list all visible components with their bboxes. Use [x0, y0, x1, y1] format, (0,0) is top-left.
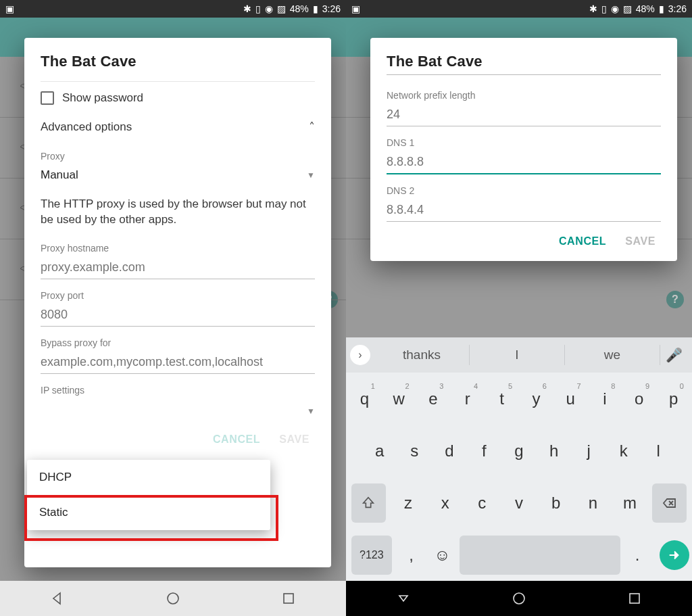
- ip-settings-popup: DHCP Static: [27, 460, 270, 530]
- time-text: 3:26: [668, 3, 687, 14]
- comma-key[interactable]: ,: [397, 536, 426, 575]
- key-h[interactable]: h: [538, 431, 570, 471]
- help-icon: ?: [666, 291, 684, 308]
- bypass-label: Bypass proxy for: [41, 337, 315, 348]
- dns2-input[interactable]: [387, 199, 661, 222]
- key-j[interactable]: j: [572, 431, 605, 471]
- checkbox-icon[interactable]: [41, 91, 54, 105]
- key-o[interactable]: o9: [623, 379, 655, 419]
- backspace-key[interactable]: [652, 483, 687, 523]
- home-icon[interactable]: [165, 590, 181, 607]
- ip-settings-label: IP settings: [41, 385, 315, 396]
- cancel-button[interactable]: CANCEL: [213, 433, 260, 446]
- status-bar: ▣ ✱ ▯ ◉ ▨ 48% ▮ 3:26: [0, 0, 346, 18]
- key-i[interactable]: i8: [589, 379, 621, 419]
- home-icon[interactable]: [511, 590, 527, 607]
- bypass-input[interactable]: [41, 351, 315, 374]
- screen-right: ▣ ✱ ▯ ◉ ▨ 48% ▮ 3:26 ? 🔒 🔒 🔒 The Bat Cav…: [346, 0, 692, 616]
- vibrate-icon: ▯: [255, 3, 261, 14]
- hostname-label: Proxy hostname: [41, 243, 315, 254]
- key-q[interactable]: q1: [349, 379, 380, 419]
- back-icon[interactable]: [49, 590, 66, 607]
- proxy-help-text: The HTTP proxy is used by the browser bu…: [41, 186, 315, 232]
- time-text: 3:26: [322, 3, 341, 14]
- key-f[interactable]: f: [468, 431, 501, 471]
- dns1-label: DNS 1: [387, 137, 661, 148]
- key-x[interactable]: x: [428, 483, 462, 523]
- nav-bar: [0, 581, 346, 616]
- signal-icon: ▨: [623, 3, 632, 14]
- svg-rect-3: [630, 594, 639, 603]
- key-e[interactable]: e3: [418, 379, 449, 419]
- bluetooth-icon: ✱: [589, 3, 597, 14]
- back-icon[interactable]: [395, 590, 412, 607]
- recent-icon[interactable]: [626, 590, 643, 607]
- space-key[interactable]: [460, 536, 620, 575]
- suggestion[interactable]: thanks: [374, 345, 470, 365]
- port-label: Proxy port: [41, 290, 315, 301]
- key-g[interactable]: g: [503, 431, 535, 471]
- save-button[interactable]: SAVE: [279, 433, 310, 446]
- key-n[interactable]: n: [576, 483, 610, 523]
- suggestion[interactable]: we: [565, 345, 660, 365]
- shift-key[interactable]: [351, 483, 386, 523]
- battery-text: 48%: [290, 3, 309, 14]
- prefix-input[interactable]: [387, 103, 661, 126]
- port-input[interactable]: [41, 304, 315, 327]
- key-r[interactable]: r4: [451, 379, 483, 419]
- signal-icon: ▨: [277, 3, 286, 14]
- key-a[interactable]: a: [364, 431, 396, 471]
- wifi-icon: ◉: [611, 3, 619, 14]
- key-c[interactable]: c: [465, 483, 499, 523]
- ip-option-dhcp[interactable]: DHCP: [27, 460, 270, 495]
- advanced-options-toggle[interactable]: Advanced options ˄: [41, 113, 315, 140]
- key-m[interactable]: m: [613, 483, 647, 523]
- enter-key[interactable]: [660, 540, 689, 570]
- show-password-label: Show password: [62, 91, 143, 105]
- image-icon: ▣: [351, 3, 360, 14]
- save-button[interactable]: SAVE: [625, 235, 656, 247]
- key-d[interactable]: d: [433, 431, 466, 471]
- ip-settings-dropdown[interactable]: ▼: [41, 396, 315, 420]
- dialog-title: The Bat Cave: [387, 53, 661, 70]
- status-bar: ▣ ✱ ▯ ◉ ▨ 48% ▮ 3:26: [346, 0, 692, 18]
- recent-icon[interactable]: [280, 590, 297, 607]
- show-password-row[interactable]: Show password: [41, 82, 315, 113]
- key-l[interactable]: l: [642, 431, 674, 471]
- wifi-icon: ◉: [265, 3, 273, 14]
- ip-option-static[interactable]: Static: [27, 495, 270, 530]
- expand-icon[interactable]: ›: [350, 345, 370, 365]
- key-p[interactable]: p0: [658, 379, 689, 419]
- proxy-dropdown[interactable]: Manual ▼: [41, 162, 315, 186]
- svg-point-2: [514, 593, 524, 604]
- key-u[interactable]: u7: [555, 379, 587, 419]
- dropdown-icon: ▼: [307, 406, 315, 416]
- dialog-actions: CANCEL SAVE: [41, 420, 315, 451]
- dialog-actions: CANCEL SAVE: [387, 222, 661, 253]
- symbols-key[interactable]: ?123: [351, 536, 392, 575]
- chevron-up-icon: ˄: [309, 120, 315, 135]
- key-z[interactable]: z: [391, 483, 426, 523]
- dns1-input[interactable]: [387, 151, 661, 174]
- prefix-label: Network prefix length: [387, 90, 661, 101]
- dropdown-icon: ▼: [307, 170, 315, 180]
- cancel-button[interactable]: CANCEL: [559, 235, 606, 247]
- svg-rect-1: [284, 594, 293, 603]
- hostname-input[interactable]: [41, 256, 315, 279]
- suggestion[interactable]: I: [470, 345, 565, 365]
- key-v[interactable]: v: [502, 483, 537, 523]
- emoji-key[interactable]: ☺: [428, 536, 457, 575]
- mic-icon[interactable]: 🎤: [660, 347, 688, 363]
- key-t[interactable]: t5: [486, 379, 518, 419]
- period-key[interactable]: .: [623, 536, 651, 575]
- proxy-label: Proxy: [41, 151, 315, 162]
- wifi-config-dialog: The Bat Cave Network prefix length DNS 1…: [370, 38, 677, 261]
- key-y[interactable]: y6: [520, 379, 552, 419]
- key-w[interactable]: w2: [383, 379, 415, 419]
- key-k[interactable]: k: [608, 431, 640, 471]
- advanced-label: Advanced options: [41, 120, 132, 134]
- battery-icon: ▮: [313, 3, 318, 14]
- key-b[interactable]: b: [539, 483, 573, 523]
- nav-bar: [346, 581, 692, 616]
- key-s[interactable]: s: [399, 431, 431, 471]
